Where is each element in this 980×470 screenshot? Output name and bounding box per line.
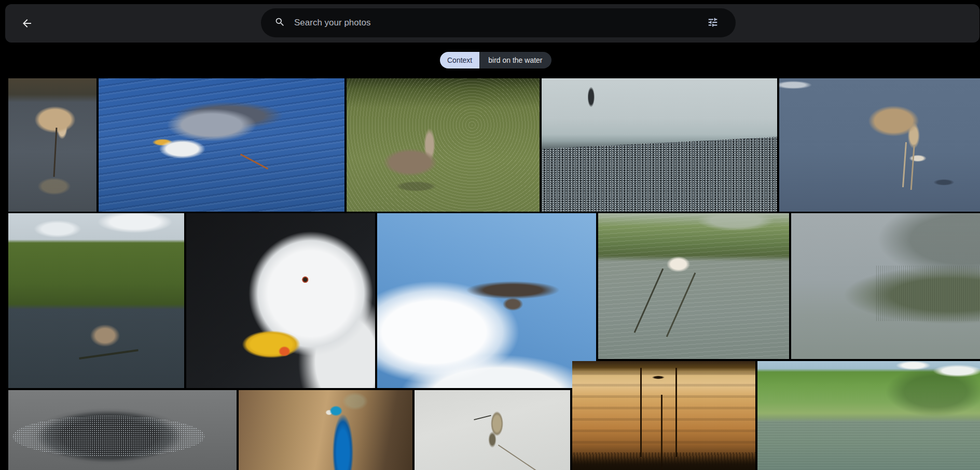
photo-green-lake-willows[interactable] <box>757 361 980 470</box>
photo-shorebird-flock[interactable] <box>542 78 777 212</box>
photo-flamingo-standing[interactable] <box>8 78 96 212</box>
photo-pelican-swimming[interactable] <box>347 78 540 212</box>
photo-pelican-on-log[interactable] <box>598 213 789 359</box>
photo-hummingbird-twig[interactable] <box>415 390 570 470</box>
photo-pelican-perched[interactable] <box>8 213 184 388</box>
photo-misty-reeds[interactable] <box>791 213 980 359</box>
photo-gravel-mound[interactable] <box>8 390 237 470</box>
photo-sunset-dead-trees[interactable] <box>572 361 755 470</box>
photo-peacock-head[interactable] <box>239 390 412 470</box>
photo-seagull-closeup[interactable] <box>186 213 375 388</box>
photo-flamingo-feeding[interactable] <box>779 78 980 212</box>
photo-grid <box>0 0 980 470</box>
photo-heron-flying[interactable] <box>99 78 344 212</box>
photo-pelican-soaring[interactable] <box>377 213 596 388</box>
